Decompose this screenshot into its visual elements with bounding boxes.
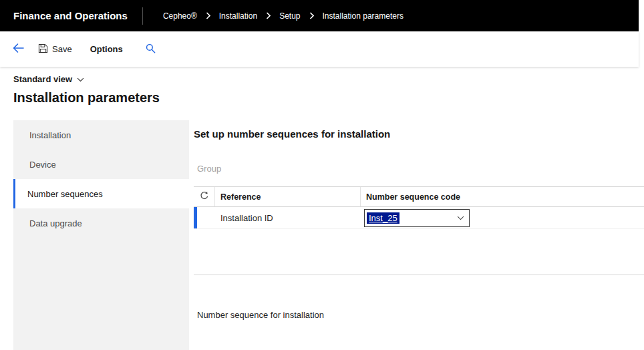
action-toolbar: Save Options <box>0 31 639 67</box>
save-button-label: Save <box>52 44 72 54</box>
save-icon <box>38 43 48 55</box>
sidebar-item-label: Installation <box>29 130 71 140</box>
sidebar-item-number-sequences[interactable]: Number sequences <box>13 179 189 208</box>
combobox-selected-text[interactable]: Inst_25 <box>367 212 399 224</box>
app-header: Finance and Operations Cepheo® Installat… <box>0 0 639 31</box>
back-button[interactable] <box>12 43 25 55</box>
sidebar-item-installation[interactable]: Installation <box>13 120 189 150</box>
column-header-number-sequence-code[interactable]: Number sequence code <box>361 187 644 206</box>
vertical-tabs: Installation Device Number sequences Dat… <box>13 120 189 350</box>
sidebar-item-device[interactable]: Device <box>13 150 189 179</box>
reference-cell: Installation ID <box>215 207 361 228</box>
grid-header: Reference Number sequence code <box>194 187 644 207</box>
number-sequence-code-cell: Inst_25 <box>361 207 644 228</box>
save-button[interactable]: Save <box>38 43 72 55</box>
breadcrumb-item-company[interactable]: Cepheo® <box>163 11 197 21</box>
chevron-down-icon <box>77 74 84 84</box>
section-title: Set up number sequences for installation <box>194 128 390 140</box>
breadcrumb-item-module[interactable]: Installation <box>219 11 257 21</box>
view-selector[interactable]: Standard view <box>13 74 84 84</box>
number-sequences-grid: Reference Number sequence code Installat… <box>194 186 644 275</box>
breadcrumb-item-page[interactable]: Installation parameters <box>323 11 404 21</box>
group-label: Group <box>197 164 221 174</box>
breadcrumb-item-area[interactable]: Setup <box>279 11 300 21</box>
chevron-right-icon <box>206 12 210 19</box>
page-title: Installation parameters <box>13 90 160 106</box>
refresh-icon <box>200 191 209 203</box>
table-row: Installation ID Inst_25 <box>194 207 644 229</box>
sidebar-item-label: Device <box>29 160 56 170</box>
search-icon <box>146 43 156 55</box>
options-button[interactable]: Options <box>90 44 123 54</box>
number-sequence-code-combobox[interactable]: Inst_25 <box>364 209 470 227</box>
app-title[interactable]: Finance and Operations <box>13 10 128 21</box>
refresh-button[interactable] <box>194 187 215 206</box>
search-button[interactable] <box>146 43 156 55</box>
sidebar-item-data-upgrade[interactable]: Data upgrade <box>13 208 189 238</box>
chevron-right-icon <box>266 12 271 19</box>
chevron-down-icon[interactable] <box>457 216 464 220</box>
sidebar-item-label: Data upgrade <box>29 218 82 228</box>
breadcrumb: Cepheo® Installation Setup Installation … <box>163 11 404 21</box>
chevron-right-icon <box>309 12 314 19</box>
column-header-reference[interactable]: Reference <box>215 187 361 206</box>
sidebar-item-label: Number sequences <box>27 189 103 199</box>
number-sequence-help-text: Number sequence for installation <box>197 310 324 320</box>
back-arrow-icon <box>12 43 25 55</box>
row-selector[interactable] <box>194 207 215 228</box>
active-row-indicator <box>194 207 197 228</box>
header-divider <box>142 7 143 25</box>
view-selector-label: Standard view <box>13 74 72 84</box>
